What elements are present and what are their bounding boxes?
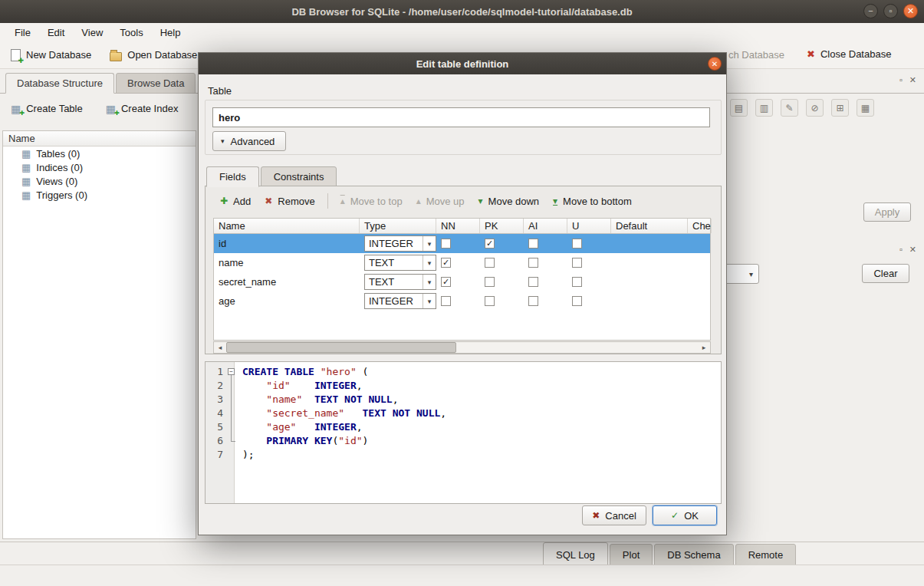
pk-cell	[480, 296, 524, 306]
dialog-close-icon[interactable]: ✕	[708, 57, 722, 71]
horizontal-scrollbar[interactable]: ◂ ▸	[213, 341, 711, 354]
column-header-check[interactable]: Check	[688, 219, 712, 233]
cell-dock-toolbar: ▤▥✎⊘⊞▦	[730, 99, 874, 117]
add-button[interactable]: ✚Add	[213, 192, 258, 211]
scroll-left-icon[interactable]: ◂	[214, 342, 226, 353]
u-checkbox[interactable]	[572, 296, 582, 306]
dock-toolbar-icon[interactable]: ⊘	[806, 99, 824, 117]
table-row[interactable]: ageINTEGER▾	[214, 291, 710, 311]
menu-edit[interactable]: Edit	[39, 25, 73, 41]
code-fold-icon[interactable]: −	[228, 368, 235, 375]
dock-toolbar-icon[interactable]: ▥	[755, 99, 773, 117]
scrollbar-thumb[interactable]	[226, 342, 456, 353]
nn-checkbox[interactable]: ✓	[441, 258, 451, 268]
create-table-button[interactable]: ▦ Create Table	[11, 103, 83, 114]
cancel-button[interactable]: ✖ Cancel	[582, 505, 646, 525]
dialog-title: Edit table definition	[416, 58, 509, 70]
dock-toolbar-icon[interactable]: ▤	[730, 99, 748, 117]
move-down-button[interactable]: ▾Move down	[472, 192, 547, 211]
close-database-icon: ✖	[807, 48, 815, 60]
table-row[interactable]: nameTEXT▾✓	[214, 253, 710, 272]
tab-sql-log[interactable]: SQL Log	[543, 542, 608, 566]
tree-item-triggers-0[interactable]: ▦Triggers (0)	[3, 188, 196, 202]
table-row[interactable]: idINTEGER▾✓	[214, 234, 710, 253]
chevron-down-icon: ▾	[221, 137, 225, 145]
field-type-select[interactable]: INTEGER▾	[364, 235, 436, 252]
sql-preview-editor[interactable]: 1234567 − CREATE TABLE "hero" ( "id" INT…	[205, 361, 722, 504]
dock-float-icon[interactable]: ▫	[899, 75, 903, 85]
ai-checkbox[interactable]	[528, 239, 538, 249]
column-header-nn[interactable]: NN	[436, 219, 480, 233]
pk-checkbox[interactable]	[485, 258, 495, 268]
field-type-select[interactable]: TEXT▾	[364, 255, 436, 271]
dock-toolbar-icon[interactable]: ✎	[781, 99, 798, 117]
scroll-right-icon[interactable]: ▸	[698, 342, 710, 353]
ai-checkbox[interactable]	[528, 277, 538, 287]
tab-fields[interactable]: Fields	[206, 166, 259, 187]
column-header-u[interactable]: U	[567, 219, 611, 233]
u-checkbox[interactable]	[572, 239, 582, 249]
ai-checkbox[interactable]	[528, 258, 538, 268]
column-header-type[interactable]: Type	[360, 219, 436, 233]
tab-db-schema[interactable]: DB Schema	[654, 544, 733, 566]
tree-item-indices-0[interactable]: ▦Indices (0)	[3, 160, 196, 174]
field-type-select[interactable]: TEXT▾	[364, 274, 436, 290]
table-row[interactable]: secret_nameTEXT▾✓	[214, 272, 710, 291]
column-header-name[interactable]: Name	[214, 219, 360, 233]
scrollbar-track[interactable]	[226, 342, 698, 353]
attach-database-button[interactable]: ch Database	[728, 49, 784, 61]
advanced-button[interactable]: ▾ Advanced	[212, 131, 286, 151]
sql-line: "id" INTEGER,	[242, 379, 446, 393]
column-header-ai[interactable]: AI	[524, 219, 567, 233]
tree-item-tables-0[interactable]: ▦Tables (0)	[3, 146, 196, 160]
clear-button[interactable]: Clear	[862, 264, 909, 283]
cancel-label: Cancel	[605, 510, 636, 522]
column-header-default[interactable]: Default	[611, 219, 688, 233]
minimize-icon[interactable]: −	[863, 4, 878, 18]
dock-float-icon[interactable]: ▫	[899, 245, 903, 255]
ai-cell	[524, 277, 567, 287]
menu-tools[interactable]: Tools	[111, 25, 151, 41]
tab-database-structure[interactable]: Database Structure	[5, 73, 114, 94]
nn-checkbox[interactable]: ✓	[441, 277, 451, 287]
u-checkbox[interactable]	[572, 277, 582, 287]
tab-browse-data[interactable]: Browse Data	[116, 73, 196, 94]
ai-checkbox[interactable]	[528, 296, 538, 306]
close-database-button[interactable]: ✖ Close Database	[807, 48, 891, 60]
dialog-titlebar: Edit table definition ✕	[199, 53, 726, 74]
dock-close-icon[interactable]: ✕	[909, 75, 916, 85]
dock-toolbar-icon[interactable]: ▦	[857, 99, 874, 117]
maximize-icon[interactable]: ▫	[883, 4, 898, 18]
u-checkbox[interactable]	[572, 258, 582, 268]
move-to-bottom-button[interactable]: ▾Move to bottom	[546, 192, 639, 211]
close-icon[interactable]: ✕	[903, 4, 918, 18]
column-header-pk[interactable]: PK	[480, 219, 524, 233]
open-database-button[interactable]: Open Database	[110, 49, 197, 61]
fold-guide-line	[231, 375, 232, 441]
chevron-down-icon: ▾	[423, 236, 436, 251]
menu-file[interactable]: File	[6, 25, 39, 41]
pk-checkbox[interactable]	[485, 277, 495, 287]
ok-button[interactable]: ✓ OK	[653, 505, 717, 525]
apply-button[interactable]: Apply	[863, 202, 911, 222]
tree-item-views-0[interactable]: ▦Views (0)	[3, 174, 196, 188]
nn-checkbox[interactable]	[441, 296, 451, 306]
sql-log-filter-select[interactable]: ▾	[725, 264, 759, 284]
field-type-select[interactable]: INTEGER▾	[364, 293, 436, 309]
pk-checkbox[interactable]	[485, 296, 495, 306]
nn-checkbox[interactable]	[441, 239, 451, 249]
sql-line: CREATE TABLE "hero" (	[242, 365, 446, 379]
remove-button[interactable]: ✖Remove	[258, 192, 321, 211]
tab-constraints[interactable]: Constraints	[261, 166, 337, 187]
pk-checkbox[interactable]: ✓	[485, 239, 495, 249]
table-name-input[interactable]: hero	[212, 107, 710, 127]
new-database-button[interactable]: New Database	[11, 49, 91, 61]
create-index-button[interactable]: ▦ Create Index	[106, 103, 179, 114]
dock-toolbar-icon[interactable]: ⊞	[831, 99, 849, 117]
tab-plot[interactable]: Plot	[610, 544, 653, 566]
tab-remote[interactable]: Remote	[735, 544, 797, 566]
menu-help[interactable]: Help	[152, 25, 189, 41]
menu-view[interactable]: View	[73, 25, 111, 41]
tree-header-name[interactable]: Name	[3, 131, 196, 146]
dock-close-icon[interactable]: ✕	[909, 245, 916, 255]
